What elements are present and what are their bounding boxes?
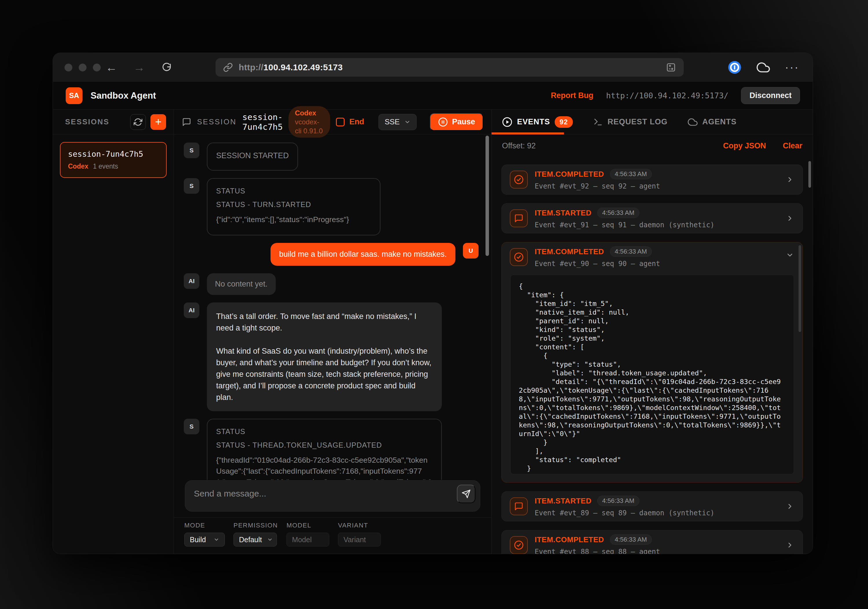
event-row[interactable]: ITEM.COMPLETED 4:56:33 AM Event #evt_88 … bbox=[501, 530, 803, 554]
browser-toolbar-right: ··· bbox=[728, 53, 800, 82]
chat-scrollbar[interactable] bbox=[485, 136, 489, 256]
chevron-right-icon[interactable] bbox=[786, 502, 794, 510]
events-panel: EVENTS 92 REQUEST LOG AGENTS bbox=[491, 110, 813, 554]
message-bubble: build me a billion dollar saas. make no … bbox=[271, 243, 456, 266]
chevron-right-icon[interactable] bbox=[786, 176, 794, 184]
send-icon bbox=[462, 489, 471, 499]
report-bug-link[interactable]: Report Bug bbox=[551, 91, 594, 100]
avatar: U bbox=[463, 243, 479, 258]
password-manager-icon[interactable] bbox=[728, 60, 742, 74]
offset-indicator: Offset: 92 bbox=[502, 141, 536, 150]
browser-chrome: ← → http://100.94.102.49:5173 ··· bbox=[53, 53, 813, 82]
send-button[interactable] bbox=[457, 485, 475, 503]
message-input[interactable] bbox=[185, 481, 480, 511]
model-label: MODEL bbox=[287, 522, 329, 529]
check-circle-icon bbox=[510, 248, 528, 266]
status-subtitle: STATUS - TURN.STARTED bbox=[216, 200, 371, 209]
tab-request-log[interactable]: REQUEST LOG bbox=[593, 117, 668, 127]
event-row[interactable]: ITEM.STARTED 4:56:33 AM Event #evt_89 — … bbox=[501, 491, 803, 521]
event-type: ITEM.COMPLETED bbox=[535, 535, 604, 544]
cloud-icon[interactable] bbox=[756, 61, 770, 74]
avatar: AI bbox=[184, 273, 199, 289]
event-type: ITEM.COMPLETED bbox=[535, 247, 604, 256]
variant-input[interactable] bbox=[338, 533, 381, 547]
avatar: AI bbox=[184, 303, 199, 318]
chat-bubble-icon bbox=[510, 209, 528, 227]
event-type: ITEM.STARTED bbox=[535, 496, 591, 505]
pause-circle-icon bbox=[438, 117, 448, 127]
status-message: S STATUS STATUS - TURN.STARTED {"id":"0"… bbox=[184, 178, 479, 235]
clear-events-button[interactable]: Clear bbox=[783, 141, 802, 150]
event-time: 4:56:33 AM bbox=[597, 208, 639, 218]
event-summary: Event #evt_90 — seq 90 — agent bbox=[535, 260, 795, 268]
status-body: {"id":"0","items":[],"status":"inProgres… bbox=[216, 214, 371, 225]
event-time: 4:56:33 AM bbox=[610, 246, 652, 257]
cloud-icon bbox=[688, 117, 698, 127]
terminal-icon bbox=[593, 117, 603, 127]
event-type: ITEM.COMPLETED bbox=[535, 170, 604, 179]
end-toggle[interactable]: End bbox=[336, 117, 364, 126]
event-summary: Event #evt_92 — seq 92 — agent bbox=[535, 182, 795, 190]
events-toolbar: Offset: 92 Copy JSON Clear bbox=[491, 134, 813, 157]
chevron-down-icon[interactable] bbox=[786, 251, 794, 259]
refresh-sessions-button[interactable] bbox=[130, 114, 146, 130]
ai-paragraph: That’s a tall order. To move fast and “m… bbox=[216, 311, 432, 334]
event-json-detail: { "item": { "item_id": "itm_5", "native_… bbox=[510, 275, 794, 474]
event-summary: Event #evt_91 — seq 91 — daemon (synthet… bbox=[535, 221, 795, 229]
chevron-down-icon bbox=[267, 537, 273, 543]
composer bbox=[174, 480, 491, 517]
disconnect-button[interactable]: Disconnect bbox=[741, 87, 800, 104]
mode-select[interactable]: Build bbox=[184, 533, 225, 547]
event-row-expanded[interactable]: ITEM.COMPLETED 4:56:33 AM Event #evt_90 … bbox=[501, 242, 803, 483]
refresh-icon bbox=[134, 118, 143, 126]
session-label: SESSION bbox=[197, 117, 237, 126]
session-list-item[interactable]: session-7un4c7h5 Codex 1 events bbox=[60, 142, 167, 178]
transport-select[interactable]: SSE bbox=[378, 114, 417, 130]
session-item-event-count: 1 events bbox=[93, 162, 118, 170]
chat-column: SESSION session-7un4c7h5 Codex vcodex-cl… bbox=[174, 110, 491, 554]
avatar: S bbox=[184, 178, 199, 194]
end-label: End bbox=[349, 117, 364, 126]
url-text: http://100.94.102.49:5173 bbox=[239, 62, 343, 72]
event-time: 4:56:33 AM bbox=[610, 169, 652, 179]
model-input[interactable] bbox=[287, 533, 329, 547]
events-list: ITEM.COMPLETED 4:56:33 AM Event #evt_92 … bbox=[491, 157, 813, 554]
code-scrollbar[interactable] bbox=[798, 245, 801, 332]
session-item-name: session-7un4c7h5 bbox=[68, 150, 158, 158]
back-icon[interactable]: ← bbox=[105, 62, 117, 73]
minimize-window-button[interactable] bbox=[79, 63, 87, 71]
reload-icon[interactable] bbox=[161, 62, 172, 73]
pause-button[interactable]: Pause bbox=[430, 113, 483, 131]
sessions-sidebar: SESSIONS + session-7un4c7h5 Codex 1 even… bbox=[53, 110, 174, 554]
forward-icon[interactable]: → bbox=[133, 62, 145, 73]
plus-icon: + bbox=[155, 116, 161, 128]
permission-select[interactable]: Default bbox=[234, 533, 277, 547]
reader-panel-icon[interactable] bbox=[666, 62, 676, 73]
maximize-window-button[interactable] bbox=[93, 63, 101, 71]
event-summary: Event #evt_89 — seq 89 — daemon (synthet… bbox=[535, 509, 795, 517]
composer-box bbox=[185, 480, 480, 512]
tab-agents[interactable]: AGENTS bbox=[688, 117, 737, 127]
check-circle-icon bbox=[510, 171, 528, 189]
status-body: {"threadId":"019c04ad-266b-72c3-83cc-c5e… bbox=[216, 454, 432, 480]
event-row[interactable]: ITEM.COMPLETED 4:56:33 AM Event #evt_92 … bbox=[501, 165, 803, 195]
event-summary: Event #evt_88 — seq 88 — agent bbox=[535, 548, 795, 554]
browser-menu-icon[interactable]: ··· bbox=[785, 61, 800, 74]
app-header: SA Sandbox Agent Report Bug http://100.9… bbox=[53, 82, 813, 110]
play-circle-icon bbox=[502, 117, 512, 127]
sessions-header: SESSIONS + bbox=[53, 110, 174, 134]
events-scrollbar[interactable] bbox=[808, 161, 811, 188]
chevron-right-icon[interactable] bbox=[786, 214, 794, 223]
close-window-button[interactable] bbox=[65, 63, 72, 71]
end-checkbox[interactable] bbox=[336, 118, 345, 126]
event-row[interactable]: ITEM.STARTED 4:56:33 AM Event #evt_91 — … bbox=[501, 203, 803, 233]
app-title: Sandbox Agent bbox=[91, 91, 156, 101]
tab-events[interactable]: EVENTS 92 bbox=[502, 116, 573, 128]
status-title: STATUS bbox=[216, 427, 432, 436]
session-name: session-7un4c7h5 bbox=[242, 112, 283, 132]
new-session-button[interactable]: + bbox=[150, 114, 166, 130]
chevron-right-icon[interactable] bbox=[786, 541, 794, 549]
chevron-down-icon bbox=[404, 119, 411, 125]
copy-json-button[interactable]: Copy JSON bbox=[723, 141, 766, 150]
address-bar[interactable]: http://100.94.102.49:5173 bbox=[215, 58, 684, 77]
